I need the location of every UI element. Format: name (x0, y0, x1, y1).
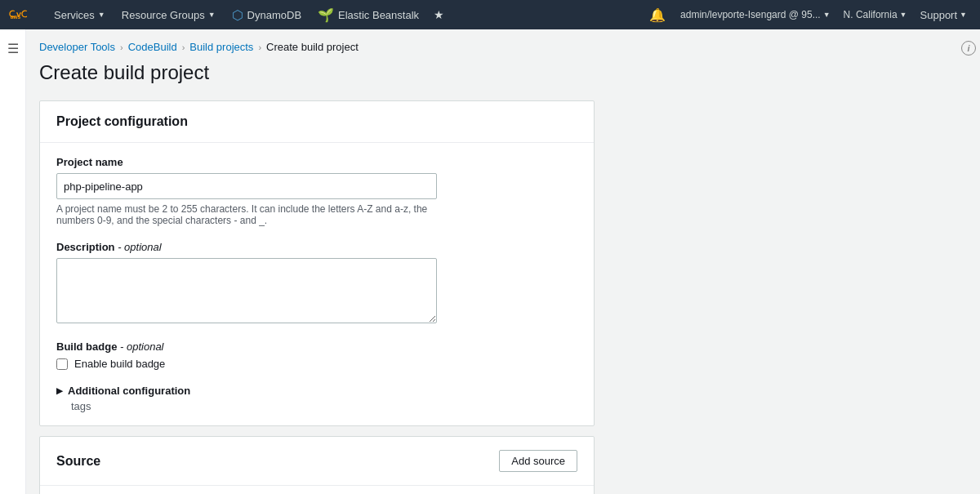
build-badge-label: Build badge - optional (56, 340, 577, 353)
top-navigation: aws Services ▼ Resource Groups ▼ ⬡ Dynam… (0, 0, 980, 29)
aws-logo[interactable]: aws (7, 6, 36, 24)
services-menu[interactable]: Services ▼ (46, 0, 114, 29)
breadcrumb-build-projects[interactable]: Build projects (189, 41, 253, 53)
resource-groups-menu[interactable]: Resource Groups ▼ (114, 0, 224, 29)
project-name-group: Project name A project name must be 2 to… (56, 156, 577, 226)
breadcrumb-codebuild[interactable]: CodeBuild (128, 41, 177, 53)
source-body: Source 1 - Primary Source provider (40, 486, 594, 494)
project-name-label: Project name (56, 156, 577, 168)
breadcrumb-sep-1: › (120, 42, 123, 52)
project-config-body: Project name A project name must be 2 to… (40, 143, 594, 425)
additional-config-arrow-icon: ▶ (56, 386, 63, 395)
support-chevron-icon: ▼ (960, 11, 967, 19)
main-content: Developer Tools › CodeBuild › Build proj… (26, 29, 957, 494)
page-title: Create build project (39, 61, 944, 84)
region-chevron-icon: ▼ (900, 11, 907, 19)
services-chevron-icon: ▼ (98, 11, 105, 19)
svg-text:aws: aws (11, 14, 21, 20)
description-label: Description - optional (56, 241, 577, 253)
info-icon[interactable]: i (961, 41, 976, 56)
description-optional-text: - optional (118, 241, 161, 253)
additional-config-section: ▶ Additional configuration tags (56, 385, 577, 412)
source-header: Source Add source (40, 437, 594, 486)
sidebar-toggle: ☰ (0, 29, 26, 494)
user-chevron-icon: ▼ (823, 11, 831, 19)
support-menu[interactable]: Support ▼ (914, 9, 973, 21)
enable-badge-checkbox[interactable] (56, 358, 68, 370)
build-badge-group: Build badge - optional Enable build badg… (56, 340, 577, 370)
source-title: Source (56, 454, 100, 469)
project-configuration-card: Project configuration Project name A pro… (39, 100, 595, 426)
breadcrumb-developer-tools[interactable]: Developer Tools (39, 41, 115, 53)
dynamodb-icon: ⬡ (232, 7, 243, 23)
project-name-input[interactable] (56, 173, 437, 199)
source-card: Source Add source Source 1 - Primary Sou… (39, 436, 595, 494)
additional-config-tags-label: tags (71, 400, 577, 412)
dynamodb-shortcut[interactable]: ⬡ DynamoDB (224, 0, 310, 29)
breadcrumb-sep-2: › (182, 42, 185, 52)
breadcrumb-sep-3: › (258, 42, 261, 52)
project-config-title: Project configuration (56, 114, 577, 129)
add-source-button[interactable]: Add source (499, 450, 577, 472)
breadcrumb-current: Create build project (266, 41, 359, 53)
enable-badge-checkbox-label[interactable]: Enable build badge (74, 358, 165, 370)
description-group: Description - optional (56, 241, 577, 326)
additional-config-toggle[interactable]: ▶ Additional configuration (56, 385, 577, 397)
hamburger-icon[interactable]: ☰ (7, 41, 19, 56)
enable-badge-checkbox-group: Enable build badge (56, 358, 577, 370)
region-menu[interactable]: N. California ▼ (837, 9, 914, 20)
notifications-icon[interactable]: 🔔 (641, 7, 674, 23)
breadcrumb: Developer Tools › CodeBuild › Build proj… (39, 29, 944, 61)
user-account-menu[interactable]: admin/levporte-Isengard @ 95... ▼ (674, 9, 837, 20)
info-panel-toggle: i (957, 29, 980, 56)
beanstalk-icon: 🌱 (318, 7, 334, 23)
elastic-beanstalk-shortcut[interactable]: 🌱 Elastic Beanstalk (310, 0, 427, 29)
description-textarea[interactable] (56, 258, 437, 323)
favorites-icon[interactable]: ★ (427, 8, 451, 21)
resource-groups-chevron-icon: ▼ (208, 11, 216, 19)
project-name-hint: A project name must be 2 to 255 characte… (56, 203, 437, 226)
project-config-header: Project configuration (40, 101, 594, 143)
build-badge-optional-text: - optional (120, 340, 163, 353)
